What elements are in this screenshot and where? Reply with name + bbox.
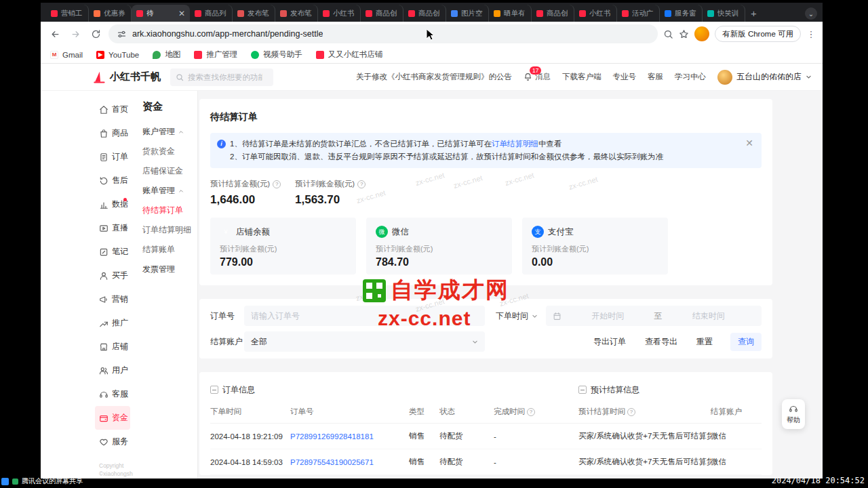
browser-tab[interactable]: 小红书 xyxy=(574,5,617,22)
help-button[interactable]: 帮助 xyxy=(782,399,805,429)
brand[interactable]: 小红书千帆 xyxy=(92,70,161,84)
nav-link-pro-account[interactable]: 专业号 xyxy=(613,72,637,82)
chrome-update-button[interactable]: 有新版 Chrome 可用 xyxy=(715,26,801,42)
bookmark-channels[interactable]: 视频号助手 xyxy=(251,49,302,60)
close-icon[interactable]: ✕ xyxy=(745,137,753,150)
settle-account-select[interactable]: 全部 xyxy=(244,331,485,352)
site-search[interactable] xyxy=(170,68,273,86)
bookmark-youtube[interactable]: ▶YouTube xyxy=(96,51,139,59)
account-card-wechat: 微微信 预计到账金额(元) 784.70 xyxy=(366,218,512,274)
question-icon[interactable] xyxy=(527,408,535,416)
submenu-item-goods-funds[interactable]: 货款资金 xyxy=(142,142,197,161)
back-icon[interactable] xyxy=(47,26,62,41)
page-body: 首页 商品 订单 售后 数据 直播 笔记 买手 营销 推广 店铺 用户 客服 资… xyxy=(41,91,823,479)
browser-tab[interactable]: 商品列 xyxy=(190,5,233,22)
tab-favicon xyxy=(366,10,372,17)
browser-tab[interactable]: 商品创 xyxy=(403,5,446,22)
browser-tab[interactable]: 活动广 xyxy=(617,5,660,22)
date-range-picker[interactable]: 开始时间 至 结束时间 xyxy=(546,306,762,326)
screen-share-indicator[interactable]: 腾讯会议的屏幕共享 xyxy=(1,476,83,486)
order-no-field[interactable] xyxy=(244,306,485,326)
submenu-group-bills[interactable]: 账单管理 xyxy=(142,181,197,201)
announcement-link[interactable]: 关于修改《小红书商家发货管理规则》的公告 xyxy=(356,72,512,82)
reload-icon[interactable] xyxy=(88,26,103,41)
aftersale-icon xyxy=(99,176,108,186)
export-orders-button[interactable]: 导出订单 xyxy=(593,336,626,348)
tab-close-icon[interactable]: ✕ xyxy=(178,9,185,18)
browser-tab[interactable]: 营销工 xyxy=(46,5,89,22)
tab-search-chevron-icon[interactable]: ⌄ xyxy=(805,7,817,20)
wallet-icon xyxy=(99,413,108,423)
more-menu-icon[interactable]: ⋮ xyxy=(806,29,816,39)
sidebar-item-home[interactable]: 首页 xyxy=(92,98,133,121)
table-header-row: 下单时间 订单号 类型 状态 完成时间 预计结算时间 结算账户 xyxy=(210,401,762,424)
search-icon xyxy=(176,73,184,81)
web-page: 小红书千帆 关于修改《小红书商家发货管理规则》的公告 消息 17 下载客户端 专… xyxy=(41,64,823,479)
sidebar-item-notes[interactable]: 笔记 xyxy=(92,240,133,264)
browser-tab[interactable]: 服务窗 xyxy=(660,5,703,22)
bookmark-xhs-shop[interactable]: 又又小红书店铺 xyxy=(316,49,383,60)
tab-favicon xyxy=(579,10,586,17)
browser-tab[interactable]: 发布笔 xyxy=(275,5,318,22)
sidebar-item-users[interactable]: 用户 xyxy=(92,359,133,382)
browser-tab[interactable]: 商品创 xyxy=(532,5,574,22)
bookmark-star-icon[interactable] xyxy=(679,29,689,39)
sidebar-item-service[interactable]: 客服 xyxy=(92,382,133,406)
browser-tab[interactable]: 优惠券 xyxy=(89,5,132,22)
nav-link-support[interactable]: 客服 xyxy=(648,72,663,82)
submenu-item-pending-settle[interactable]: 待结算订单 xyxy=(142,201,197,220)
tab-favicon xyxy=(707,10,714,17)
question-icon[interactable] xyxy=(627,408,635,416)
order-number-link[interactable]: P728975543190025671 xyxy=(290,458,374,466)
submenu-item-settle-detail[interactable]: 订单结算明细 xyxy=(142,220,197,240)
bookmark-gmail[interactable]: MGmail xyxy=(50,51,83,59)
bookmark-maps[interactable]: 地图 xyxy=(153,49,180,60)
collapse-icon[interactable] xyxy=(210,386,218,394)
sidebar-item-shop[interactable]: 店铺 xyxy=(92,335,133,359)
sidebar-item-funds[interactable]: 资金 xyxy=(95,406,130,430)
forward-icon[interactable] xyxy=(68,26,83,41)
sidebar-item-goods[interactable]: 商品 xyxy=(92,121,133,145)
sidebar-item-data[interactable]: 数据 xyxy=(92,192,133,216)
browser-tab[interactable]: 商品创 xyxy=(361,5,403,22)
browser-tab[interactable]: 小红书 xyxy=(318,5,361,22)
tab-favicon xyxy=(51,10,58,17)
reset-button[interactable]: 重置 xyxy=(696,336,713,348)
query-button[interactable]: 查询 xyxy=(730,333,762,351)
bookmark-promotion[interactable]: 推广管理 xyxy=(194,49,237,60)
question-icon[interactable] xyxy=(357,180,366,188)
submenu-group-invoice[interactable]: 发票管理 xyxy=(142,260,197,279)
sidebar-item-marketing[interactable]: 营销 xyxy=(92,287,133,311)
sidebar-item-aftersale[interactable]: 售后 xyxy=(92,169,133,192)
sidebar-item-live[interactable]: 直播 xyxy=(92,216,133,240)
sidebar-item-orders[interactable]: 订单 xyxy=(92,145,133,169)
sidebar-item-buyers[interactable]: 买手 xyxy=(92,264,133,287)
question-icon[interactable] xyxy=(273,180,281,188)
view-export-button[interactable]: 查看导出 xyxy=(645,336,677,348)
url-field[interactable]: ark.xiaohongshu.com/app-merchant/pending… xyxy=(108,24,658,43)
browser-tab[interactable]: 快笑训 xyxy=(703,5,745,22)
browser-tab-active[interactable]: 待✕ xyxy=(132,5,190,22)
new-tab-button[interactable]: + xyxy=(751,7,757,19)
browser-tab[interactable]: 发布笔 xyxy=(233,5,275,22)
submenu-item-deposit[interactable]: 店铺保证金 xyxy=(142,161,197,181)
settle-detail-link[interactable]: 订单结算明细 xyxy=(492,140,538,148)
messages[interactable]: 消息 17 xyxy=(524,72,551,82)
submenu-item-settle-bill[interactable]: 结算账单 xyxy=(142,240,197,260)
browser-tab[interactable]: 晒单有 xyxy=(489,5,532,22)
submenu-group-accounts[interactable]: 账户管理 xyxy=(142,122,197,142)
order-number-link[interactable]: P728991269928418181 xyxy=(290,432,374,441)
sidebar-item-promotion[interactable]: 推广 xyxy=(92,311,133,335)
sidebar-item-services[interactable]: 服务 xyxy=(92,430,133,453)
collapse-icon[interactable] xyxy=(578,386,587,394)
tune-icon[interactable] xyxy=(117,29,127,39)
browser-tab[interactable]: 图片空 xyxy=(446,5,489,22)
site-search-input[interactable] xyxy=(188,73,262,81)
order-no-input[interactable] xyxy=(251,311,478,321)
nav-link-learning[interactable]: 学习中心 xyxy=(675,72,706,82)
account-menu[interactable]: 五台山的佑佑的店 xyxy=(717,70,812,85)
chrome-profile-avatar[interactable] xyxy=(694,26,709,41)
search-icon[interactable] xyxy=(663,29,673,39)
nav-link-download[interactable]: 下载客户端 xyxy=(562,72,601,82)
time-type-select[interactable]: 下单时间 xyxy=(496,310,538,322)
